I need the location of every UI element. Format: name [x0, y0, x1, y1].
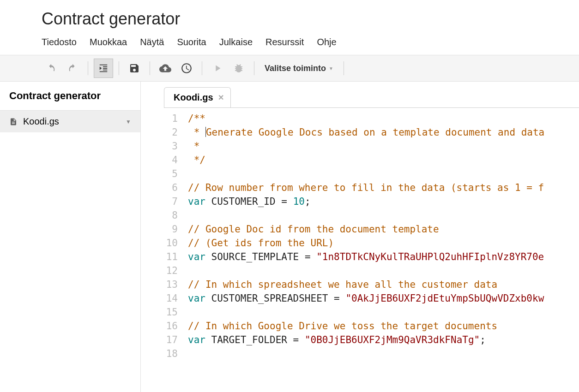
save-button[interactable]: [125, 59, 144, 78]
function-select[interactable]: Valitse toiminto ▼: [260, 64, 338, 73]
undo-button[interactable]: [42, 59, 61, 78]
menu-view[interactable]: Näytä: [140, 37, 164, 48]
file-icon: [9, 117, 18, 126]
close-icon[interactable]: ✕: [218, 93, 224, 102]
sidebar-file-label: Koodi.gs: [23, 116, 59, 127]
cloud-upload-button[interactable]: [156, 59, 175, 78]
redo-button[interactable]: [63, 59, 82, 78]
toolbar: Valitse toiminto ▼: [0, 55, 579, 82]
indent-button[interactable]: [94, 59, 113, 78]
code-editor[interactable]: 123456789101112131415161718 /** * Genera…: [164, 107, 579, 392]
menu-publish[interactable]: Julkaise: [219, 37, 253, 48]
toolbar-separator: [119, 61, 119, 75]
line-numbers: 123456789101112131415161718: [164, 112, 182, 392]
debug-button[interactable]: [229, 59, 248, 78]
sidebar: Contract generator Koodi.gs ▼: [0, 82, 141, 392]
function-select-label: Valitse toiminto: [265, 64, 326, 73]
header: Contract generator Tiedosto Muokkaa Näyt…: [0, 0, 579, 55]
toolbar-separator: [344, 61, 344, 75]
dropdown-arrow-icon[interactable]: ▼: [126, 119, 131, 125]
toolbar-separator: [202, 61, 202, 75]
dropdown-arrow-icon: ▼: [329, 66, 333, 71]
editor-area: Koodi.gs ✕ 123456789101112131415161718 /…: [141, 82, 579, 392]
code-content[interactable]: /** * Generate Google Docs based on a te…: [182, 112, 544, 392]
history-button[interactable]: [177, 59, 196, 78]
tabs: Koodi.gs ✕: [164, 82, 579, 107]
sidebar-file-item[interactable]: Koodi.gs ▼: [0, 111, 140, 132]
tab-label: Koodi.gs: [174, 92, 213, 103]
menu-resources[interactable]: Resurssit: [265, 37, 304, 48]
sidebar-project-name: Contract generator: [0, 82, 140, 111]
main: Contract generator Koodi.gs ▼ Koodi.gs ✕…: [0, 82, 579, 392]
tab-file[interactable]: Koodi.gs ✕: [164, 87, 231, 107]
menu-help[interactable]: Ohje: [317, 37, 336, 48]
menubar: Tiedosto Muokkaa Näytä Suorita Julkaise …: [42, 37, 579, 55]
toolbar-separator: [254, 61, 254, 75]
project-title[interactable]: Contract generator: [42, 9, 579, 29]
menu-file[interactable]: Tiedosto: [42, 37, 77, 48]
menu-run[interactable]: Suorita: [177, 37, 206, 48]
run-button[interactable]: [208, 59, 227, 78]
toolbar-separator: [150, 61, 150, 75]
menu-edit[interactable]: Muokkaa: [90, 37, 127, 48]
toolbar-separator: [88, 61, 88, 75]
